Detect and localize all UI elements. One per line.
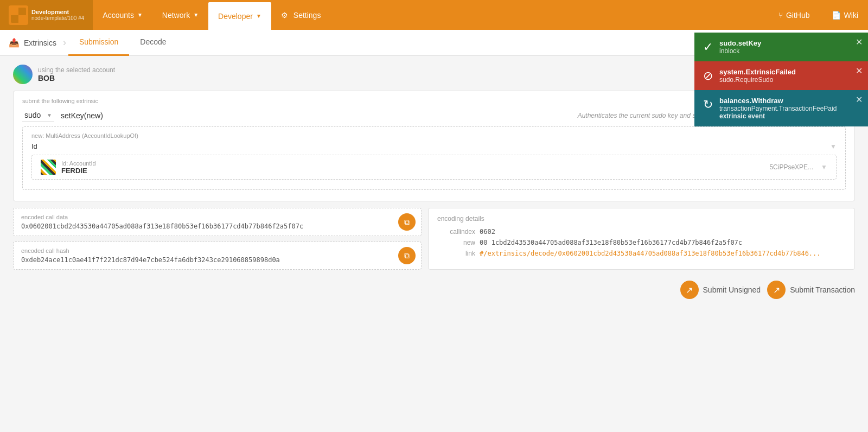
encoded-left: encoded call data 0x0602001cbd2d43530a44… (13, 208, 422, 270)
nav-network[interactable]: Network ▼ (152, 0, 208, 30)
tab-decode[interactable]: Decode (129, 30, 177, 56)
call-label: setKey(new) (61, 111, 103, 120)
chevron-down-icon: ▼ (193, 12, 199, 18)
id-label: Id: AccountId (61, 160, 96, 167)
copy-call-data-button[interactable]: ⧉ (398, 213, 416, 231)
submit-transaction-button[interactable]: ↗ Submit Transaction (767, 281, 855, 299)
notif-sub-success: inblock (719, 47, 859, 55)
success-icon: ✓ (703, 40, 713, 54)
callindex-value: 0602 (480, 228, 495, 236)
notif-sub-error: sudo.RequireSudo (719, 76, 859, 84)
encoded-call-data-box: encoded call data 0x0602001cbd2d43530a44… (13, 208, 422, 236)
id-hash: 5CiPPseXPE... (769, 163, 813, 171)
nav-github[interactable]: ⑂ GitHub (769, 11, 820, 20)
submit-transaction-icon: ↗ (767, 281, 786, 299)
close-notification-success[interactable]: ✕ (856, 37, 863, 47)
encoding-details-panel: encoding details callindex 0602 new 00 1… (428, 208, 855, 270)
brand-title: Development (31, 9, 84, 15)
submit-unsigned-button[interactable]: ↗ Submit Unsigned (680, 281, 761, 299)
nav-items: Accounts ▼ Network ▼ Developer ▼ ⚙ Setti… (93, 0, 769, 30)
submit-row: ↗ Submit Unsigned ↗ Submit Transaction (13, 281, 855, 299)
notif-body-error: system.ExtrinsicFailed sudo.RequireSudo (719, 68, 859, 84)
account-name: BOB (38, 74, 115, 82)
brand-logo[interactable]: Development node-template/100 #4 (0, 0, 93, 30)
encoding-link[interactable]: #/extrinsics/decode/0x0602001cbd2d43530a… (480, 250, 821, 257)
breadcrumb-arrow: › (63, 37, 66, 48)
new-row: new 00 1cbd2d43530a44705ad088af313e18f80… (437, 239, 846, 246)
notification-info: ↻ balances.Withdraw transactionPayment.T… (694, 90, 868, 126)
nav-developer[interactable]: Developer ▼ (208, 2, 271, 30)
notification-error: ⊘ system.ExtrinsicFailed sudo.RequireSud… (694, 61, 868, 90)
link-row: link #/extrinsics/decode/0x0602001cbd2d4… (437, 250, 846, 257)
notif-body-info: balances.Withdraw transactionPayment.Tra… (719, 97, 859, 120)
id-name: FERDIE (61, 167, 96, 175)
top-navigation: Development node-template/100 #4 Account… (0, 0, 868, 30)
nav-wiki[interactable]: 📄 Wiki (822, 11, 868, 20)
account-identicon (13, 65, 33, 84)
brand-subtitle: node-template/100 #4 (31, 15, 84, 21)
param-section: new: MultiAddress (AccountIdLookupOf) Id… (22, 126, 846, 190)
new-label: new (437, 239, 475, 246)
encoding-details-label: encoding details (437, 215, 846, 223)
notif-sub2-info: extrinsic event (719, 112, 859, 120)
tab-submission[interactable]: Submission (68, 30, 129, 56)
call-data-label: encoded call data (21, 214, 413, 220)
nav-right: ⑂ GitHub 📄 Wiki (769, 0, 868, 30)
notification-success: ✓ sudo.setKey inblock ✕ (694, 33, 868, 61)
callindex-row: callindex 0602 (437, 228, 846, 236)
error-icon: ⊘ (703, 69, 713, 83)
param-chevron-icon: ▼ (830, 143, 837, 150)
encoded-section: encoded call data 0x0602001cbd2d43530a44… (13, 208, 855, 270)
section-label: Extrinsics (24, 39, 56, 47)
call-hash-label: encoded call hash (21, 247, 413, 254)
param-label: new: MultiAddress (AccountIdLookupOf) (31, 132, 837, 139)
submit-unsigned-icon: ↗ (680, 281, 699, 299)
notif-title-error: system.ExtrinsicFailed (719, 68, 859, 76)
github-icon: ⑂ (778, 11, 783, 20)
nav-accounts[interactable]: Accounts ▼ (93, 0, 152, 30)
call-data-value: 0x0602001cbd2d43530a44705ad088af313e18f8… (21, 223, 413, 230)
account-label-text: using the selected account (38, 66, 115, 74)
call-hash-value: 0xdeb24ace11c0ae41f7f221dc87d94e7cbe524f… (21, 256, 413, 264)
link-label: link (437, 250, 475, 257)
chevron-down-icon: ▼ (137, 12, 143, 18)
extrinsics-icon: 📤 (9, 37, 20, 48)
callindex-label: callindex (437, 228, 475, 236)
info-icon: ↻ (703, 98, 713, 112)
close-notification-error[interactable]: ✕ (856, 66, 863, 76)
hash-chevron-icon: ▼ (821, 163, 827, 171)
wiki-icon: 📄 (832, 11, 841, 20)
ferdie-identicon (41, 160, 56, 175)
param-select-row: Id ▼ (31, 142, 837, 150)
copy-icon: ⧉ (404, 218, 410, 227)
module-select-wrapper: sudo ▼ (22, 109, 54, 122)
chevron-down-icon: ▼ (256, 13, 261, 19)
settings-icon: ⚙ (281, 11, 288, 20)
notif-title-info: balances.Withdraw (719, 97, 859, 105)
close-notification-info[interactable]: ✕ (856, 94, 863, 105)
module-select[interactable]: sudo (22, 109, 54, 122)
copy-icon: ⧉ (404, 251, 410, 261)
notifications-panel: ✓ sudo.setKey inblock ✕ ⊘ system.Extrins… (694, 33, 868, 126)
param-type: Id (31, 142, 830, 150)
new-value: 00 1cbd2d43530a44705ad088af313e18f80b53e… (480, 239, 742, 246)
notif-sub-info: transactionPayment.TransactionFeePaid (719, 105, 859, 112)
notif-body-success: sudo.setKey inblock (719, 39, 859, 55)
encoded-call-hash-box: encoded call hash 0xdeb24ace11c0ae41f7f2… (13, 242, 422, 270)
notif-title-success: sudo.setKey (719, 39, 859, 47)
nav-settings[interactable]: ⚙ Settings (271, 0, 331, 30)
account-id-row: Id: AccountId FERDIE 5CiPPseXPE... ▼ (31, 155, 837, 180)
copy-call-hash-button[interactable]: ⧉ (398, 247, 416, 264)
